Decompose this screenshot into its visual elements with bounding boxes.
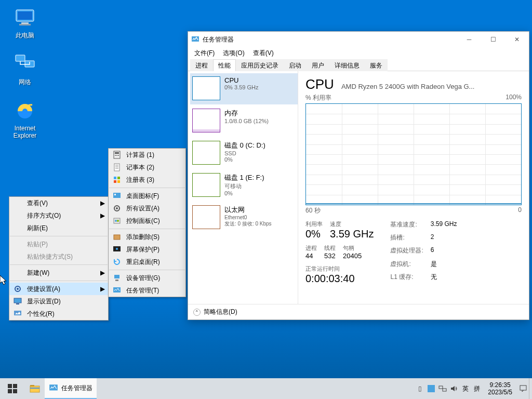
svg-rect-50 xyxy=(520,385,526,390)
start-button[interactable] xyxy=(0,378,25,399)
tab-app-history[interactable]: 应用历史记录 xyxy=(236,59,284,71)
chevron-up-icon[interactable]: ⌃ xyxy=(193,309,201,316)
tray-volume-icon[interactable] xyxy=(448,378,460,399)
icon-label: Internet Explorer xyxy=(5,125,45,139)
device-mgr-icon xyxy=(112,273,122,283)
gear-icon xyxy=(12,284,23,294)
taskbar: 任务管理器 ▯ 英 拼 9:26:35 2023/5/5 xyxy=(0,378,532,399)
taskbar-taskmgr[interactable]: 任务管理器 xyxy=(45,378,97,399)
tab-services[interactable]: 服务 xyxy=(365,59,388,71)
svg-rect-32 xyxy=(114,235,120,240)
svg-rect-36 xyxy=(115,280,118,281)
tray-network-icon[interactable] xyxy=(437,378,448,399)
taskmgr-icon xyxy=(191,35,200,44)
ctx-new[interactable]: 新建(W)▶ xyxy=(9,267,108,279)
resource-disk1[interactable]: 磁盘 1 (E: F:)可移动 0% xyxy=(190,170,298,201)
sub-all-settings[interactable]: 所有设置(A) xyxy=(109,202,185,215)
ctx-display-settings[interactable]: 显示设置(D) xyxy=(9,295,108,308)
titlebar[interactable]: 任务管理器 ─ ☐ ✕ xyxy=(188,32,529,47)
cpu-utilization-chart[interactable] xyxy=(305,103,522,205)
separator xyxy=(109,188,185,188)
sub-add-remove[interactable]: 添加删除(S) xyxy=(109,231,185,243)
tab-details[interactable]: 详细信息 xyxy=(329,59,365,71)
desktop-icon-ie[interactable]: Internet Explorer xyxy=(5,99,45,139)
svg-rect-49 xyxy=(443,389,446,391)
fewer-details-link[interactable]: 简略信息(D) xyxy=(204,308,237,316)
icon-label: 此电脑 xyxy=(5,31,45,40)
sub-notepad[interactable]: 记事本 (2) xyxy=(109,161,185,174)
util-max: 100% xyxy=(506,94,522,102)
separator xyxy=(10,264,108,265)
cpu-thumb xyxy=(192,76,220,100)
svg-rect-35 xyxy=(114,275,119,278)
screensaver-icon xyxy=(112,244,122,255)
ctx-personalize[interactable]: 个性化(R) xyxy=(9,308,108,320)
resource-disk0[interactable]: 磁盘 0 (C: D:)SSD 0% xyxy=(190,138,298,169)
svg-rect-3 xyxy=(19,24,31,25)
task-manager-window: 任务管理器 ─ ☐ ✕ 文件(F) 选项(O) 查看(V) 进程 性能 应用历史… xyxy=(188,31,529,320)
ime-mode[interactable]: 拼 xyxy=(471,384,483,393)
menu-file[interactable]: 文件(F) xyxy=(191,48,218,59)
chevron-right-icon: ▶ xyxy=(100,212,105,219)
show-desktop-button[interactable] xyxy=(529,378,532,399)
explorer-icon xyxy=(29,383,41,394)
performance-detail: CPU AMD Ryzen 5 2400G with Radeon Vega G… xyxy=(298,71,529,304)
taskbar-explorer[interactable] xyxy=(25,378,45,399)
svg-point-30 xyxy=(115,220,117,222)
ctx-refresh[interactable]: 刷新(E) xyxy=(9,222,108,234)
svg-rect-48 xyxy=(439,386,443,389)
maximize-button[interactable]: ☐ xyxy=(481,32,505,47)
ctx-view[interactable]: 查看(V)▶ xyxy=(9,197,108,209)
sub-registry[interactable]: 注册表 (3) xyxy=(109,174,185,186)
tray-overflow-icon[interactable]: ▯ xyxy=(414,378,425,399)
taskmgr-icon xyxy=(49,383,58,393)
resource-cpu[interactable]: CPU0% 3.59 GHz xyxy=(190,73,298,104)
tab-users[interactable]: 用户 xyxy=(307,59,329,71)
sub-restart-desktop[interactable]: 重启桌面(R) xyxy=(109,256,185,268)
desktop-icon-network[interactable]: 网络 xyxy=(5,52,45,87)
add-remove-icon xyxy=(112,232,122,242)
tab-startup[interactable]: 启动 xyxy=(284,59,307,71)
menu-options[interactable]: 选项(O) xyxy=(220,48,247,59)
svg-point-16 xyxy=(118,155,119,156)
sub-control-panel[interactable]: 控制面板(C) xyxy=(109,215,185,227)
ie-icon xyxy=(12,99,37,124)
close-button[interactable]: ✕ xyxy=(505,32,529,47)
ctx-sort[interactable]: 排序方式(O)▶ xyxy=(9,209,108,222)
system-tray: ▯ 英 拼 9:26:35 2023/5/5 xyxy=(414,378,532,399)
svg-rect-22 xyxy=(117,177,120,179)
registry-icon xyxy=(112,175,122,185)
svg-rect-41 xyxy=(8,389,12,393)
ctx-quick-settings[interactable]: 便捷设置(A)▶ xyxy=(9,283,108,295)
desktop-context-menu: 查看(V)▶ 排序方式(O)▶ 刷新(E) 粘贴(P) 粘贴快捷方式(S) 新建… xyxy=(9,196,109,321)
disk1-thumb xyxy=(192,173,220,197)
sub-desktop-icons[interactable]: 桌面图标(F) xyxy=(109,190,185,202)
ime-lang[interactable]: 英 xyxy=(460,384,471,393)
svg-rect-1 xyxy=(18,11,32,20)
cpu-spec-table: 基准速度:3.59 GHz 插槽:2 虚拟处理器:6 虚拟机:是 L1 缓存:无 xyxy=(390,220,457,285)
resource-ethernet[interactable]: 以太网Ethernet0 发送: 0 接收: 0 Kbps xyxy=(190,202,298,233)
ctx-paste: 粘贴(P) xyxy=(9,238,108,250)
sub-device-mgr[interactable]: 设备管理(G) xyxy=(109,272,185,284)
taskbar-clock[interactable]: 9:26:35 2023/5/5 xyxy=(483,381,517,396)
desktop-icons-icon xyxy=(112,191,122,201)
disk0-thumb xyxy=(192,141,220,165)
svg-rect-47 xyxy=(428,385,435,392)
pc-icon xyxy=(12,5,37,30)
desktop-icon-pc[interactable]: 此电脑 xyxy=(5,5,45,40)
resource-memory[interactable]: 内存1.0/8.0 GB (12%) xyxy=(190,105,298,137)
tab-performance[interactable]: 性能 xyxy=(213,59,236,71)
sub-task-mgr[interactable]: 任务管理(T) xyxy=(109,284,185,297)
cpu-model: AMD Ryzen 5 2400G with Radeon Vega G... xyxy=(341,83,522,90)
tab-processes[interactable]: 进程 xyxy=(190,59,213,71)
sub-screensaver[interactable]: 屏幕保护(P) xyxy=(109,243,185,256)
svg-rect-4 xyxy=(16,55,25,61)
tray-app-icon[interactable] xyxy=(425,378,437,399)
sub-calculator[interactable]: 计算器 (1) xyxy=(109,149,185,161)
action-center-icon[interactable] xyxy=(517,378,529,399)
settings-gear-icon xyxy=(112,203,122,214)
menu-view[interactable]: 查看(V) xyxy=(250,48,277,59)
separator xyxy=(109,270,185,270)
ctx-paste-shortcut: 粘贴快捷方式(S) xyxy=(9,250,108,263)
minimize-button[interactable]: ─ xyxy=(457,32,481,47)
